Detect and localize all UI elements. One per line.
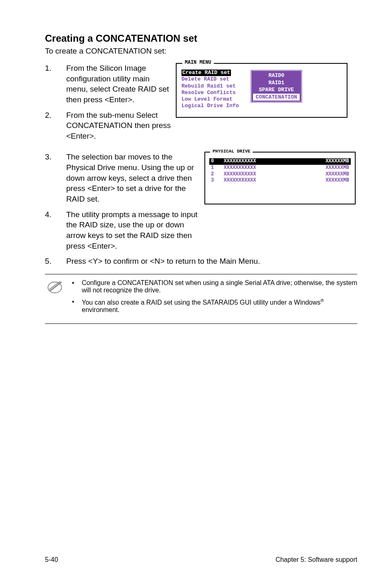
table-row: 3 XXXXXXXXXXX XXXXXXMB [209, 177, 351, 184]
note-bullet-2: • You can also create a RAID set using t… [72, 298, 357, 314]
bios-submenu-item-selected: CONCATENATION [253, 94, 299, 101]
bios-submenu-item: RAID0 [269, 72, 285, 79]
bios-menu-list: Create RAID set Delete RAID set Rebuild … [182, 70, 239, 110]
bios-physical-drive-panel: PHYSICAL DRIVE 0 XXXXXXXXXXX XXXXXXMB 1 … [204, 152, 356, 204]
bios-panel-title: MAIN MENU [182, 60, 214, 65]
step-number: 2. [45, 110, 66, 141]
step-5: 5. Press <Y> to confirm or <N> to return… [45, 256, 357, 267]
bios-menu-item: Logical Drive Info [182, 103, 239, 109]
drive-size: XXXXXXMB [296, 158, 351, 165]
bios-submenu-item: RAID1 [269, 80, 285, 86]
bullet-dot: • [72, 298, 82, 314]
drive-name: XXXXXXXXXXX [222, 177, 296, 184]
note-bullet-1: • Configure a CONCATENATION set when usi… [72, 279, 357, 294]
bios-menu-item: Low Level Format [182, 96, 239, 103]
page-number: 5-40 [45, 556, 58, 563]
bullet-dot: • [72, 279, 82, 294]
drive-index: 2 [209, 171, 222, 178]
note-text: You can also create a RAID set using the… [82, 298, 357, 314]
drive-size: XXXXXXMB [296, 165, 351, 171]
step-text: From the sub-menu Select CONCATENATION t… [66, 110, 172, 141]
drive-size: XXXXXXMB [296, 177, 351, 184]
step-number: 5. [45, 256, 66, 267]
note-block: • Configure a CONCATENATION set when usi… [45, 274, 357, 324]
step-text: Press <Y> to confirm or <N> to return to… [66, 256, 357, 267]
step-2: 2. From the sub-menu Select CONCATENATIO… [45, 110, 172, 141]
physical-drive-table: 0 XXXXXXXXXXX XXXXXXMB 1 XXXXXXXXXXX XXX… [209, 158, 351, 184]
step-number: 3. [45, 152, 66, 204]
bios-menu-item: Resolve Conflicts [182, 90, 239, 96]
bios-menu-item: Delete RAID set [182, 76, 239, 83]
step-1: 1. From the Silicon Image configuration … [45, 63, 172, 105]
step-text: The utility prompts a message to input t… [66, 209, 199, 251]
note-icon [45, 279, 65, 297]
step-4: 4. The utility prompts a message to inpu… [45, 209, 199, 251]
note-text-part: You can also create a RAID set using the… [82, 299, 321, 306]
bios-menu-item: Rebuild Raid1 set [182, 83, 239, 90]
step-number: 4. [45, 209, 66, 251]
drive-name: XXXXXXXXXXX [222, 171, 296, 178]
note-text: Configure a CONCATENATION set when using… [82, 279, 357, 294]
drive-index: 1 [209, 165, 222, 171]
bios-submenu: RAID0 RAID1 SPARE DRIVE CONCATENATION [250, 70, 302, 103]
step-text: From the Silicon Image configuration uti… [66, 63, 172, 105]
intro-text: To create a CONCATENATION set: [45, 47, 357, 56]
table-row-selected: 0 XXXXXXXXXXX XXXXXXMB [209, 158, 351, 165]
drive-name: XXXXXXXXXXX [222, 158, 296, 165]
chapter-label: Chapter 5: Software support [276, 556, 357, 563]
registered-mark: ® [321, 298, 324, 303]
drive-index: 3 [209, 177, 222, 184]
step-number: 1. [45, 63, 66, 105]
section-heading: Creating a CONCATENATION set [45, 33, 357, 44]
step-text: The selection bar moves to the Physical … [66, 152, 199, 204]
bios-submenu-item: SPARE DRIVE [259, 87, 294, 93]
table-row: 1 XXXXXXXXXXX XXXXXXMB [209, 165, 351, 171]
bios-menu-item-selected: Create RAID set [182, 70, 231, 76]
table-row: 2 XXXXXXXXXXX XXXXXXMB [209, 171, 351, 178]
drive-name: XXXXXXXXXXX [222, 165, 296, 171]
svg-line-1 [50, 282, 61, 291]
drive-size: XXXXXXMB [296, 171, 351, 178]
bios-panel-title: PHYSICAL DRIVE [210, 149, 253, 154]
step-3: 3. The selection bar moves to the Physic… [45, 152, 199, 204]
note-text-part: environment. [82, 306, 120, 313]
bios-main-menu-panel: MAIN MENU Create RAID set Delete RAID se… [176, 63, 347, 118]
drive-index: 0 [209, 158, 222, 165]
